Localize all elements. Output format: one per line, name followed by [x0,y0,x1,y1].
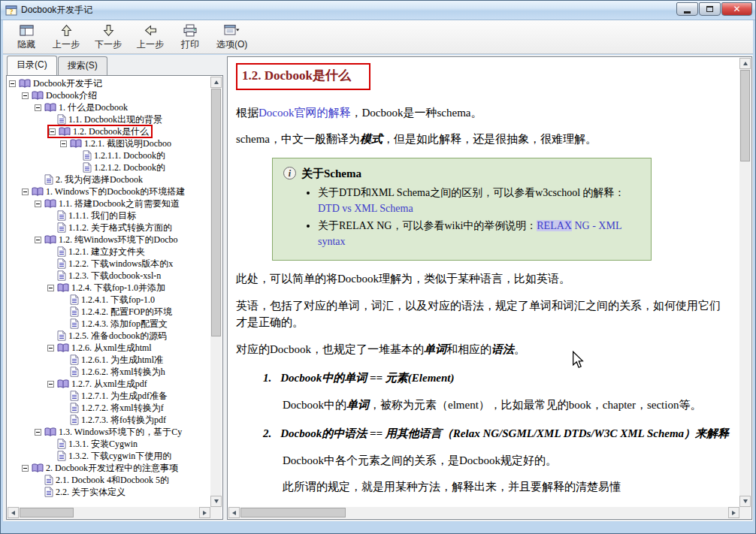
tree-item-label: 1.2.4.2. 配置FOP的环境 [81,306,172,318]
book-icon [32,91,44,101]
page-icon [70,294,79,305]
tree-item-label: 1.2.6.1. 为生成html准 [81,354,163,366]
tree-item[interactable]: 1.2.7.2. 将xml转换为f [8,402,210,414]
tree-item[interactable]: 1.2.1.1. Docbook的 [8,149,210,161]
scroll-up-button[interactable] [739,58,751,69]
collapse-icon[interactable] [35,201,41,207]
list-item-body: 此所谓的规定，就是用某种方法，解释出来，并且要解释的清楚易懂 [283,478,730,496]
tab-search[interactable]: 搜索(S) [58,56,107,75]
tree-item[interactable]: 1.1. 搭建Docbook之前需要知道 [8,198,210,210]
options-button[interactable]: 选项(O) [210,21,253,53]
hide-icon [20,24,34,37]
tree-item[interactable]: 2. 我为何选择Docbook [8,173,210,186]
collapse-icon[interactable] [35,429,41,436]
back-arrow-icon [144,24,157,37]
scrollbar-thumb[interactable] [240,508,346,517]
page-icon [57,210,66,221]
tree-item[interactable]: 1.2.7. 从xml生成pdf [8,378,210,390]
tree-item[interactable]: 1.2.6.1. 为生成html准 [8,354,210,366]
tree-item[interactable]: 1.2.4. 下载fop-1.0并添加 [8,282,210,294]
tab-contents[interactable]: 目录(C) [7,56,57,75]
scroll-up-button[interactable] [210,77,222,88]
print-button[interactable]: 打印 [173,21,207,53]
tree-horizontal-scrollbar[interactable] [8,507,210,518]
maximize-button[interactable] [699,2,721,16]
content-horizontal-scrollbar[interactable] [228,507,739,518]
collapse-icon[interactable] [35,237,41,243]
back-button[interactable]: 上一步 [131,21,170,53]
tree-item-label: 1.1.1. 我们的目标 [68,210,136,222]
tree-item[interactable]: 1.2. 纯Windows环境下的Docbo [8,234,210,246]
previous-step-button[interactable]: 上一步 [47,21,86,53]
tree-item[interactable]: 1.3.2. 下载cygwin下使用的 [8,450,210,462]
collapse-icon[interactable] [47,381,54,388]
content-vertical-scrollbar[interactable] [739,58,751,507]
page-icon [44,487,53,497]
scroll-down-button[interactable] [739,496,751,507]
next-step-button[interactable]: 下一步 [89,21,128,53]
paragraph-intro: 根据Docook官网的解释，Docbook是一种schema。 [236,104,730,122]
collapse-icon[interactable] [49,128,56,135]
tree-item[interactable]: 1.2.1. 截图说明Docboo [8,137,210,149]
tree-item[interactable]: 2.1. Docbook 4和Docbook 5的 [8,474,210,486]
scroll-right-button[interactable] [199,507,210,518]
collapse-icon[interactable] [22,465,29,472]
tree-vertical-scrollbar[interactable] [210,77,222,507]
scroll-down-button[interactable] [210,496,222,507]
link-docbook-official-explanation[interactable]: Docook官网的解释 [259,107,351,119]
link-dtd-vs-xml-schema[interactable]: DTD vs XML Schema [318,203,413,214]
page-icon [70,306,79,317]
collapse-icon[interactable] [35,104,41,111]
tree-item[interactable]: 1.2.5. 准备docbook的源码 [8,330,210,342]
page-icon [83,150,92,161]
scroll-left-button[interactable] [228,507,240,518]
tree-item[interactable]: 1.1.2. 关于格式转换方面的 [8,222,210,234]
scrollbar-thumb[interactable] [20,508,74,517]
tree-item[interactable]: 1.2.6.2. 将xml转换为h [8,366,210,378]
tree-item[interactable]: 1.2.7.3. 将fo转换为pdf [8,414,210,426]
tree-item[interactable]: 1.2. Docbook是什么 [8,125,210,137]
tree-item-label: 1.2.4.1. 下载fop-1.0 [81,294,155,306]
tree-item[interactable]: 2.2. 关于实体定义 [8,486,210,498]
book-icon [57,283,69,293]
tree-item-label: 1.3.2. 下载cygwin下使用的 [68,450,171,462]
collapse-icon[interactable] [22,189,29,195]
collapse-icon[interactable] [9,80,16,87]
paragraph-english: 英语，包括了对应的单词，词汇，以及对应的语法，规定了单词和词汇之间的关系，如何使… [236,297,730,331]
scrollbar-thumb[interactable] [740,70,750,161]
tree-item[interactable]: Docbook介绍 [8,89,210,101]
scroll-right-button[interactable] [728,507,739,518]
tree-item[interactable]: 1.1. Docbook出现的背景 [8,113,210,125]
help-viewer-window: ? Docbook开发手记 ✕ 隐藏 上一步 [0,0,756,534]
tree-item[interactable]: 1.3.1. 安装Cygwin [8,438,210,450]
tree-item[interactable]: 1.2.3. 下载docbook-xsl-n [8,270,210,282]
collapse-icon[interactable] [47,285,54,291]
collapse-icon[interactable] [60,140,67,147]
list-item: 1. Docbook中的单词 == 元素(Element) Docbook中的单… [246,370,730,413]
tree-item[interactable]: 2. Docbook开发过程中的注意事项 [8,462,210,474]
content-area: 1.2. Docbook是什么 根据Docook官网的解释，Docbook是一种… [228,58,739,506]
tree-item[interactable]: 1.2.1. 建立好文件夹 [8,246,210,258]
tree-item[interactable]: Docbook开发手记 [8,77,210,89]
tree-item[interactable]: 1.2.7.1. 为生成pdf准备 [8,390,210,402]
collapse-icon[interactable] [47,345,54,351]
collapse-icon[interactable] [22,92,29,99]
titlebar[interactable]: ? Docbook开发手记 ✕ [1,1,755,20]
tree-item-label: 1.2.1.1. Docbook的 [94,149,165,161]
tree-item[interactable]: 1.2.2. 下载windows版本的x [8,258,210,270]
tree-item[interactable]: 1. 什么是Docbook [8,101,210,113]
close-button[interactable]: ✕ [721,2,752,16]
tree-item[interactable]: 1.2.4.3. 添加fop配置文 [8,318,210,330]
tree-item[interactable]: 1.3. Windows环境下的，基于Cy [8,426,210,438]
scrollbar-thumb[interactable] [211,89,221,336]
minimize-button[interactable] [676,2,698,16]
tree-item[interactable]: 1.2.1.2. Docbook的 [8,161,210,173]
page-icon [57,114,66,125]
tree-item[interactable]: 1. Windows下的Docbook的环境搭建 [8,186,210,198]
tree-item[interactable]: 1.2.4.1. 下载fop-1.0 [8,294,210,306]
scroll-left-button[interactable] [8,507,19,518]
tree-item[interactable]: 1.2.6. 从xml生成html [8,342,210,354]
hide-button[interactable]: 隐藏 [9,21,44,53]
tree-item[interactable]: 1.2.4.2. 配置FOP的环境 [8,306,210,318]
tree-item[interactable]: 1.1.1. 我们的目标 [8,210,210,222]
